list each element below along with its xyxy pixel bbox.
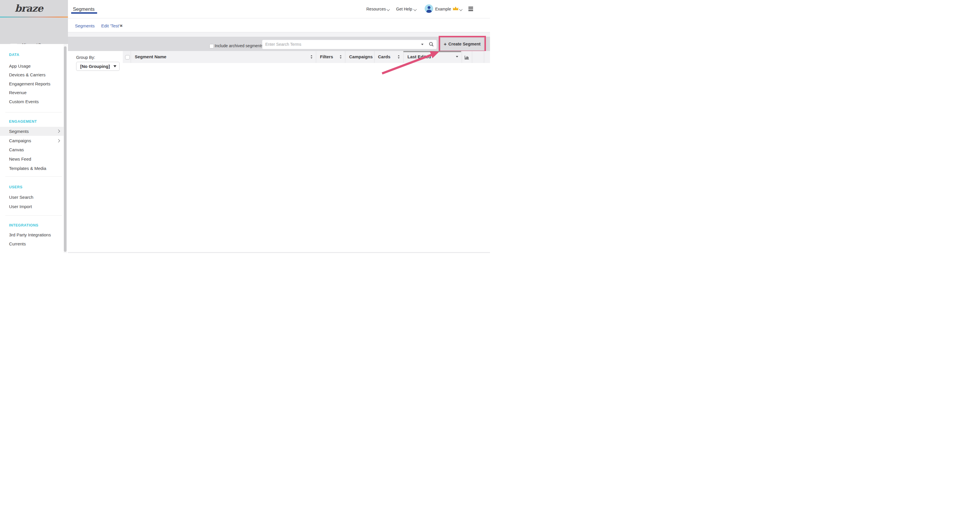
sidebar-item-label: Revenue [9,88,27,97]
include-archived-checkbox[interactable] [209,44,214,48]
sort-icon[interactable] [310,55,313,59]
workspace-selector[interactable]: b Mixpanel Demo Mixpanel Demo [0,17,68,44]
column-border [345,51,345,63]
sidebar-item-label: Campaigns [9,136,31,145]
sidebar-item-label: Canvas [9,146,24,154]
sort-down-icon [340,57,342,59]
sidebar-section-users: USERS [9,185,22,190]
sort-down-icon [310,57,312,59]
user-name[interactable]: Example [435,0,451,18]
sidebar-item-segments[interactable]: Segments [0,127,64,136]
sidebar-scrollbar-track[interactable] [64,44,67,253]
sidebar-item-templates-media[interactable]: Templates & Media [0,164,64,173]
sidebar-divider [5,176,62,177]
include-archived-label: Include archived segments [215,43,263,48]
group-by-panel: Group By: [No Grouping] [68,51,123,252]
sidebar-item-label: 3rd Party Integrations [9,230,51,239]
chevron-right-icon [57,129,60,133]
sidebar-item-custom-events[interactable]: Custom Events [0,97,64,106]
caret-down-icon [113,65,116,67]
sidebar-item-user-search[interactable]: User Search [0,193,64,202]
sidebar-divider [5,112,62,113]
bar-chart-icon[interactable] [465,56,469,59]
annotation-highlight-box [439,36,486,52]
menu-get-help[interactable]: Get Help [396,0,412,18]
sidebar-item-engagement-reports[interactable]: Engagement Reports [0,79,64,88]
sidebar-nav: DATAApp UsageDevices & CarriersEngagemen… [0,44,64,253]
column-header-segment-name[interactable]: Segment Name [135,51,166,63]
horizontal-scrollbar-track[interactable] [68,252,490,253]
menu-resources[interactable]: Resources [366,0,386,18]
select-all-checkbox[interactable] [125,55,130,59]
hamburger-menu-icon[interactable] [468,7,473,11]
sidebar-item-news-feed[interactable]: News Feed [0,155,64,163]
column-border [472,51,472,63]
table-body-empty [123,63,490,252]
sidebar-section-integrations: INTEGRATIONS [9,223,38,228]
crown-icon [453,6,458,11]
braze-logo: braze [10,2,48,15]
group-by-label: Group By: [76,55,95,60]
sidebar-section-data: DATA [9,53,19,57]
person-icon [426,10,432,13]
sidebar-item-label: Segments [9,127,29,136]
close-tab-icon[interactable]: ✖ [119,23,123,29]
sidebar-item-label: News Feed [9,155,31,163]
sidebar-item-user-import[interactable]: User Import [0,202,64,211]
sidebar-item-canvas[interactable]: Canvas [0,146,64,154]
column-dropdown-caret-icon[interactable] [456,56,458,57]
column-border [130,51,131,63]
sort-up-icon [340,55,342,56]
sidebar-item-label: User Import [9,202,32,211]
person-icon [428,6,431,9]
sidebar-item-label: Devices & Carriers [9,71,46,79]
sort-up-icon [310,55,312,56]
sidebar-item-currents[interactable]: Currents [0,240,64,248]
sidebar-item-campaigns[interactable]: Campaigns [0,136,64,145]
sidebar-item-label: Engagement Reports [9,79,51,88]
sidebar-item-label: Templates & Media [9,164,46,173]
spacer-band [68,32,490,37]
search-icon[interactable] [429,42,434,47]
annotation-arrow-icon [373,47,443,77]
tab-segments[interactable]: Segments [75,23,95,29]
user-avatar[interactable] [425,5,433,13]
chevron-right-icon [57,139,60,142]
sidebar-item-revenue[interactable]: Revenue [0,88,64,97]
sidebar-item-label: App Usage [9,62,30,71]
sidebar-item-3rd-party-integrations[interactable]: 3rd Party Integrations [0,230,64,239]
sort-icon[interactable] [339,55,342,59]
column-header-campaigns[interactable]: Campaigns [349,51,373,63]
group-by-value: [No Grouping] [80,62,110,71]
group-by-dropdown[interactable]: [No Grouping] [76,62,119,71]
active-tab-underline [71,12,97,14]
sidebar-scrollbar-thumb[interactable] [64,46,67,252]
sidebar-item-app-usage[interactable]: App Usage [0,62,64,71]
braze-dashboard: braze b Mixpanel Demo Mixpanel Demo DATA… [0,0,490,253]
search-dropdown-caret-icon[interactable] [421,44,423,45]
tab-bar [68,18,490,32]
sidebar-item-label: Currents [9,240,26,248]
logo-area: braze [0,0,68,17]
column-border [484,51,484,63]
column-header-filters[interactable]: Filters [320,51,333,63]
sidebar-item-label: User Search [9,193,33,202]
column-border [316,51,316,63]
page-title: Segments [73,0,94,18]
sidebar-section-engagement: ENGAGEMENT [9,119,37,124]
sidebar-item-label: Custom Events [9,97,39,106]
tab-edit-test[interactable]: Edit 'Test' [101,23,119,29]
sidebar-item-devices-carriers[interactable]: Devices & Carriers [0,71,64,79]
